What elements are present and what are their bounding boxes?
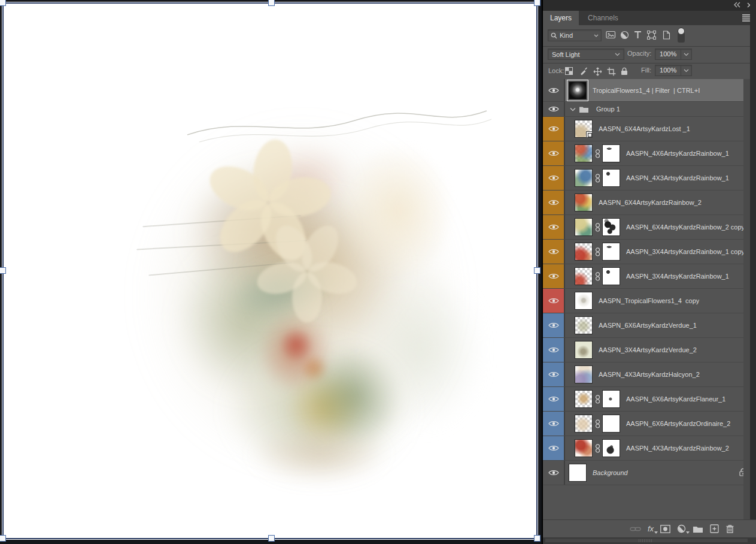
- add-layer-mask-button[interactable]: [660, 525, 670, 533]
- new-group-button[interactable]: [693, 525, 703, 533]
- mask-link-icon[interactable]: [595, 272, 600, 281]
- layer-thumbnail[interactable]: [575, 169, 593, 187]
- add-adjustment-layer-button[interactable]: [677, 524, 686, 533]
- layer-thumbnail[interactable]: [575, 218, 593, 236]
- layer-name[interactable]: AASPN_TropicalFlowers1_4 copy: [599, 297, 699, 304]
- layer-row[interactable]: AASPN_4X3ArtsyKardzRainbow_2: [543, 436, 756, 461]
- blend-mode-select[interactable]: Soft Light: [548, 49, 624, 60]
- visibility-toggle[interactable]: [543, 362, 565, 386]
- tab-channels[interactable]: Channels: [581, 11, 626, 25]
- type-layers-filter-icon[interactable]: [634, 31, 642, 39]
- visibility-toggle[interactable]: [543, 412, 565, 436]
- layer-mask-thumbnail[interactable]: [602, 415, 620, 433]
- layer-name[interactable]: AASPN_6X4ArtsyKardzRainbow_2: [599, 199, 702, 206]
- mask-link-icon[interactable]: [595, 419, 600, 428]
- layer-thumbnail[interactable]: [575, 390, 593, 408]
- visibility-toggle[interactable]: [543, 313, 565, 337]
- mask-link-icon[interactable]: [595, 395, 600, 404]
- layer-mask-thumbnail[interactable]: [602, 144, 620, 162]
- layer-mask-thumbnail[interactable]: [602, 390, 620, 408]
- layer-thumbnail[interactable]: [575, 439, 593, 457]
- transform-handle-bottom-right[interactable]: [534, 535, 541, 542]
- layer-row[interactable]: AASPN_6X4ArtsyKardzRainbow_2: [543, 191, 756, 215]
- layer-name[interactable]: AASPN_4X6ArtsyKardzRainbow_1: [626, 150, 729, 157]
- layer-name[interactable]: Group 1: [596, 105, 620, 113]
- lock-position-icon[interactable]: [593, 67, 602, 76]
- visibility-toggle[interactable]: [543, 191, 565, 214]
- visibility-toggle[interactable]: [543, 141, 565, 165]
- chevron-down-icon[interactable]: [570, 107, 576, 111]
- collapse-panel-icon[interactable]: [733, 2, 741, 8]
- layer-row[interactable]: Group 1: [543, 102, 756, 117]
- mask-link-icon[interactable]: [595, 149, 600, 158]
- lock-artboard-nesting-icon[interactable]: [607, 67, 616, 76]
- layer-name[interactable]: AASPN_3X4ArtsyKardzRainbow_1 copy: [626, 248, 745, 255]
- layer-name[interactable]: AASPN_6X4ArtsyKardzLost _1: [599, 125, 690, 132]
- visibility-toggle[interactable]: [543, 79, 565, 101]
- layer-thumbnail[interactable]: [569, 81, 587, 99]
- layer-row[interactable]: AASPN_4X3ArtsyKardzRainbow_1: [543, 166, 756, 191]
- layer-row[interactable]: AASPN_4X3ArtsyKardzHalcyon_2: [543, 362, 756, 387]
- scrollbar-track[interactable]: [743, 79, 750, 519]
- transform-handle-top-left[interactable]: [0, 0, 6, 6]
- new-layer-button[interactable]: [710, 524, 719, 533]
- visibility-toggle[interactable]: [543, 166, 565, 190]
- visibility-toggle[interactable]: [543, 215, 565, 239]
- layer-row[interactable]: AASPN_6X4ArtsyKardzRainbow_2 copy: [543, 215, 756, 240]
- transform-handle-bottom-center[interactable]: [268, 535, 275, 542]
- visibility-toggle[interactable]: [543, 289, 565, 313]
- filter-kind-select[interactable]: Kind: [548, 29, 602, 41]
- layer-row[interactable]: AASPN_6X4ArtsyKardzLost _1: [543, 117, 756, 141]
- adjustment-layers-filter-icon[interactable]: [620, 31, 629, 40]
- mask-link-icon[interactable]: [595, 444, 600, 453]
- visibility-toggle[interactable]: [543, 387, 565, 411]
- tab-layers[interactable]: Layers: [543, 11, 579, 25]
- layer-row[interactable]: AASPN_6X6ArtsyKardzFlaneur_1: [543, 387, 756, 412]
- layer-row[interactable]: AASPN_6X6ArtsyKardzVerdue_1: [543, 313, 756, 338]
- transform-handle-middle-left[interactable]: [0, 267, 6, 274]
- lock-all-icon[interactable]: [621, 67, 628, 75]
- layer-row[interactable]: Background: [543, 461, 756, 485]
- fill-field[interactable]: 100%: [655, 65, 692, 76]
- document-canvas[interactable]: [2, 2, 538, 540]
- visibility-toggle[interactable]: [543, 240, 565, 264]
- layer-row[interactable]: AASPN_3X4ArtsyKardzRainbow_1: [543, 264, 756, 289]
- layer-thumbnail[interactable]: [575, 415, 593, 433]
- layer-thumbnail[interactable]: [575, 267, 593, 285]
- layer-row[interactable]: TropicalFlowers1_4 | Filter | CTRL+I: [543, 79, 756, 102]
- lock-image-pixels-icon[interactable]: [580, 67, 588, 75]
- layer-thumbnail[interactable]: [575, 316, 593, 334]
- transform-handle-top-right[interactable]: [534, 0, 541, 6]
- layer-filtering-toggle[interactable]: [677, 28, 685, 43]
- fill-value[interactable]: 100%: [655, 65, 681, 75]
- layer-mask-thumbnail[interactable]: [602, 243, 620, 261]
- lock-transparent-pixels-icon[interactable]: [565, 67, 573, 75]
- transform-handle-top-center[interactable]: [268, 0, 275, 6]
- visibility-toggle[interactable]: [543, 102, 565, 116]
- layer-mask-thumbnail[interactable]: [602, 439, 620, 457]
- mask-link-icon[interactable]: [595, 247, 600, 256]
- layer-thumbnail[interactable]: [569, 464, 587, 482]
- link-layers-button[interactable]: [630, 526, 641, 532]
- layer-mask-thumbnail[interactable]: [602, 169, 620, 187]
- visibility-toggle[interactable]: [543, 117, 565, 141]
- layer-thumbnail[interactable]: [575, 292, 593, 310]
- layer-thumbnail[interactable]: [575, 120, 593, 138]
- layer-name[interactable]: AASPN_4X3ArtsyKardzHalcyon_2: [599, 371, 700, 378]
- transform-handle-bottom-left[interactable]: [0, 535, 6, 542]
- delete-layer-button[interactable]: [725, 524, 734, 533]
- layer-name[interactable]: AASPN_6X6ArtsyKardzFlaneur_1: [626, 395, 725, 403]
- layer-row[interactable]: AASPN_6X6ArtsyKardzOrdinaire_2: [543, 412, 756, 436]
- visibility-toggle[interactable]: [543, 264, 565, 288]
- layer-thumbnail[interactable]: [575, 341, 593, 359]
- layer-row[interactable]: AASPN_4X6ArtsyKardzRainbow_1: [543, 141, 756, 166]
- mask-link-icon[interactable]: [595, 174, 600, 183]
- layer-name[interactable]: AASPN_3X4ArtsyKardzRainbow_1: [626, 273, 729, 280]
- resize-grip[interactable]: [639, 539, 653, 542]
- layer-row[interactable]: AASPN_3X4ArtsyKardzVerdue_2: [543, 338, 756, 362]
- layer-name[interactable]: AASPN_3X4ArtsyKardzVerdue_2: [599, 346, 697, 353]
- opacity-value[interactable]: 100%: [655, 49, 681, 59]
- layer-mask-thumbnail[interactable]: [602, 218, 620, 236]
- shape-layers-filter-icon[interactable]: [647, 31, 656, 40]
- layer-styles-button[interactable]: fx: [648, 524, 654, 533]
